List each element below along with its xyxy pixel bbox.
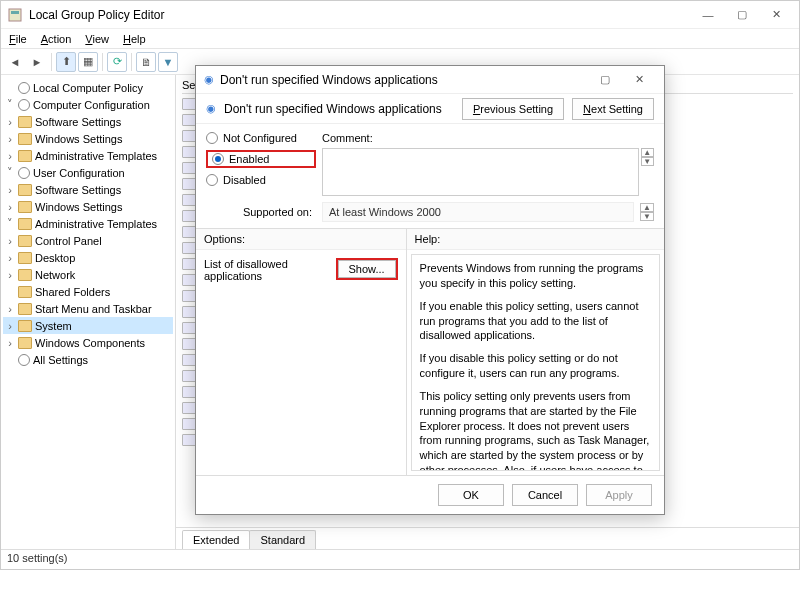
tree-all-settings[interactable]: All Settings bbox=[3, 351, 173, 368]
close-button[interactable]: ✕ bbox=[759, 4, 793, 26]
option-disallowed-apps: List of disallowed applications bbox=[204, 258, 328, 282]
options-header: Options: bbox=[196, 229, 406, 250]
setting-icon bbox=[182, 178, 196, 190]
setting-icon bbox=[182, 418, 196, 430]
dialog-title: Don't run specified Windows applications bbox=[220, 73, 588, 87]
setting-icon bbox=[182, 242, 196, 254]
comment-spin-up[interactable]: ▲ bbox=[641, 148, 654, 157]
setting-icon bbox=[182, 210, 196, 222]
tree-user-config[interactable]: ˅User Configuration bbox=[3, 164, 173, 181]
tree-desktop[interactable]: ›Desktop bbox=[3, 249, 173, 266]
setting-icon bbox=[182, 162, 196, 174]
forward-button[interactable]: ► bbox=[27, 52, 47, 72]
setting-icon bbox=[182, 226, 196, 238]
maximize-button[interactable]: ▢ bbox=[725, 4, 759, 26]
computer-icon bbox=[18, 99, 30, 111]
nav-tree[interactable]: Local Computer Policy ˅Computer Configur… bbox=[1, 75, 176, 549]
user-icon bbox=[18, 167, 30, 179]
filter-button[interactable]: ▼ bbox=[158, 52, 178, 72]
tree-start-menu[interactable]: ›Start Menu and Taskbar bbox=[3, 300, 173, 317]
apply-button[interactable]: Apply bbox=[586, 484, 652, 506]
refresh-button[interactable]: ⟳ bbox=[107, 52, 127, 72]
menubar: File Action View Help bbox=[1, 29, 799, 49]
dialog-titlebar: ◉ Don't run specified Windows applicatio… bbox=[196, 66, 664, 94]
export-button[interactable]: 🗎 bbox=[136, 52, 156, 72]
radio-enabled[interactable]: Enabled bbox=[212, 153, 310, 165]
tab-extended[interactable]: Extended bbox=[182, 530, 250, 549]
shield-icon: ◉ bbox=[206, 102, 216, 115]
minimize-button[interactable]: ― bbox=[691, 4, 725, 26]
setting-icon bbox=[182, 194, 196, 206]
supported-spin-up[interactable]: ▲ bbox=[640, 203, 654, 212]
app-icon bbox=[7, 7, 23, 23]
tree-shared-folders[interactable]: Shared Folders bbox=[3, 283, 173, 300]
dialog-maximize-button[interactable]: ▢ bbox=[588, 69, 622, 91]
setting-icon bbox=[182, 370, 196, 382]
back-button[interactable]: ◄ bbox=[5, 52, 25, 72]
status-bar: 10 setting(s) bbox=[1, 549, 799, 569]
show-hide-tree-button[interactable]: ▦ bbox=[78, 52, 98, 72]
menu-file[interactable]: File bbox=[9, 33, 27, 45]
setting-icon bbox=[182, 274, 196, 286]
tree-uc-admin[interactable]: ˅Administrative Templates bbox=[3, 215, 173, 232]
menu-help[interactable]: Help bbox=[123, 33, 146, 45]
setting-icon bbox=[182, 114, 196, 126]
help-header: Help: bbox=[407, 229, 664, 250]
dialog-subtitle: Don't run specified Windows applications bbox=[224, 102, 454, 116]
up-button[interactable]: ⬆ bbox=[56, 52, 76, 72]
dialog-close-button[interactable]: ✕ bbox=[622, 69, 656, 91]
setting-icon bbox=[182, 258, 196, 270]
show-button[interactable]: Show... bbox=[338, 260, 396, 278]
tree-cc-software[interactable]: ›Software Settings bbox=[3, 113, 173, 130]
tree-windows-components[interactable]: ›Windows Components bbox=[3, 334, 173, 351]
setting-icon bbox=[182, 434, 196, 446]
setting-icon bbox=[182, 98, 196, 110]
supported-spin-down[interactable]: ▼ bbox=[640, 212, 654, 221]
tree-cc-windows[interactable]: ›Windows Settings bbox=[3, 130, 173, 147]
tab-standard[interactable]: Standard bbox=[249, 530, 316, 549]
setting-icon bbox=[182, 322, 196, 334]
tree-uc-software[interactable]: ›Software Settings bbox=[3, 181, 173, 198]
menu-action[interactable]: Action bbox=[41, 33, 72, 45]
policy-icon bbox=[18, 82, 30, 94]
setting-icon bbox=[182, 386, 196, 398]
supported-value: At least Windows 2000 bbox=[322, 202, 634, 222]
tree-cc-admin[interactable]: ›Administrative Templates bbox=[3, 147, 173, 164]
tree-uc-windows[interactable]: ›Windows Settings bbox=[3, 198, 173, 215]
ok-button[interactable]: OK bbox=[438, 484, 504, 506]
svg-rect-1 bbox=[11, 11, 19, 14]
state-radios: Not Configured Enabled Disabled bbox=[206, 132, 316, 196]
dialog-subheader: ◉ Don't run specified Windows applicatio… bbox=[196, 94, 664, 124]
setting-icon bbox=[182, 306, 196, 318]
menu-view[interactable]: View bbox=[85, 33, 109, 45]
next-setting-button[interactable]: Next Setting bbox=[572, 98, 654, 120]
tree-computer-config[interactable]: ˅Computer Configuration bbox=[3, 96, 173, 113]
tree-control-panel[interactable]: ›Control Panel bbox=[3, 232, 173, 249]
tree-system[interactable]: ›System bbox=[3, 317, 173, 334]
comment-input[interactable] bbox=[322, 148, 639, 196]
view-tabs: Extended Standard bbox=[176, 527, 799, 549]
setting-icon bbox=[182, 130, 196, 142]
svg-rect-0 bbox=[9, 9, 21, 21]
comment-label: Comment: bbox=[322, 132, 654, 144]
tree-network[interactable]: ›Network bbox=[3, 266, 173, 283]
supported-label: Supported on: bbox=[206, 206, 316, 218]
tree-root[interactable]: Local Computer Policy bbox=[3, 79, 173, 96]
cancel-button[interactable]: Cancel bbox=[512, 484, 578, 506]
comment-spin-down[interactable]: ▼ bbox=[641, 157, 654, 166]
radio-not-configured[interactable]: Not Configured bbox=[206, 132, 316, 144]
setting-icon bbox=[182, 146, 196, 158]
setting-icon bbox=[182, 290, 196, 302]
highlight-enabled: Enabled bbox=[206, 150, 316, 168]
help-text[interactable]: Prevents Windows from running the progra… bbox=[411, 254, 660, 471]
setting-icon bbox=[182, 354, 196, 366]
radio-disabled[interactable]: Disabled bbox=[206, 174, 316, 186]
shield-icon: ◉ bbox=[204, 73, 214, 86]
previous-setting-button[interactable]: Previous Setting bbox=[462, 98, 564, 120]
setting-icon bbox=[182, 402, 196, 414]
titlebar: Local Group Policy Editor ― ▢ ✕ bbox=[1, 1, 799, 29]
setting-icon bbox=[182, 338, 196, 350]
window-title: Local Group Policy Editor bbox=[29, 8, 691, 22]
policy-dialog: ◉ Don't run specified Windows applicatio… bbox=[195, 65, 665, 515]
highlight-show: Show... bbox=[336, 258, 398, 280]
